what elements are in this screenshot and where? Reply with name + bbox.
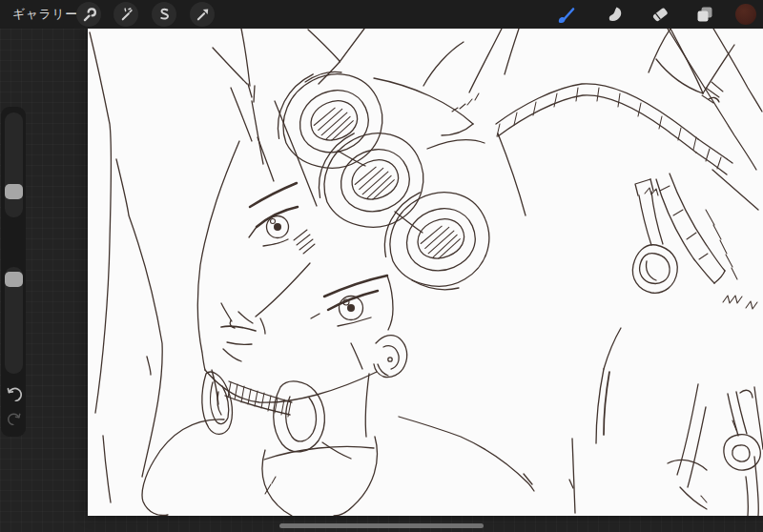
- actions-button[interactable]: [76, 2, 101, 27]
- ear-stud: [388, 358, 392, 361]
- sketch-face: [197, 141, 393, 402]
- undo-button[interactable]: [5, 385, 23, 402]
- magic-wand-icon: [117, 6, 134, 23]
- smudge-tool-button[interactable]: [604, 4, 625, 25]
- opacity-handle[interactable]: [5, 272, 23, 287]
- wrench-icon: [80, 6, 97, 23]
- smudge-finger-icon: [604, 4, 625, 25]
- transform-button[interactable]: [190, 2, 215, 27]
- app-window: ギャラリー: [0, 0, 763, 532]
- sketch-artwork: [88, 29, 763, 516]
- layers-button[interactable]: [694, 4, 715, 25]
- redo-arrow-icon: [7, 412, 22, 425]
- transform-arrow-icon: [194, 6, 211, 23]
- paint-tool-button[interactable]: [555, 4, 576, 25]
- gallery-button[interactable]: ギャラリー: [12, 0, 78, 29]
- sketch-chest-shoulders: [142, 328, 621, 516]
- gallery-label: ギャラリー: [12, 6, 78, 23]
- home-indicator[interactable]: [279, 523, 484, 528]
- paintbrush-icon: [555, 4, 576, 25]
- sketch-hair-spikes: [213, 29, 526, 215]
- drawing-canvas[interactable]: [88, 29, 763, 516]
- color-swatch-button[interactable]: [735, 4, 756, 25]
- layers-icon: [694, 4, 715, 25]
- redo-button[interactable]: [5, 410, 23, 427]
- erase-tool-button[interactable]: [650, 4, 670, 25]
- sketch-ear: [374, 336, 407, 378]
- undo-arrow-icon: [6, 386, 23, 401]
- brush-size-slider[interactable]: [5, 113, 23, 217]
- eraser-icon: [650, 4, 670, 25]
- brush-size-handle[interactable]: [5, 184, 23, 199]
- sketch-arm-upper: [423, 29, 762, 210]
- sketch-hair-left: [90, 32, 274, 502]
- sketch-hair-curl-3: [372, 178, 500, 299]
- sketch-neck-collar: [202, 370, 369, 459]
- adjustments-button[interactable]: [113, 2, 138, 27]
- selection-button[interactable]: [152, 2, 176, 27]
- brush-sidebar: [1, 107, 26, 437]
- sketch-ring-earring: [632, 179, 677, 293]
- selection-s-icon: [155, 6, 173, 23]
- top-toolbar: ギャラリー: [0, 0, 763, 29]
- sketch-braid: [496, 84, 732, 174]
